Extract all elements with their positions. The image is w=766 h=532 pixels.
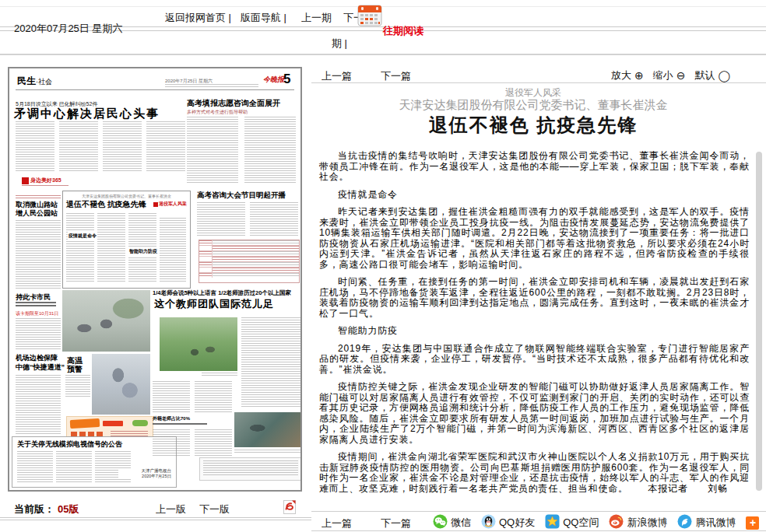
caption-pattern	[202, 373, 237, 376]
bottom-rule-2	[0, 520, 311, 520]
zoom-default-button[interactable]: 默认◯	[694, 68, 730, 82]
zoom-out-button[interactable]: 缩小⊖	[653, 68, 686, 82]
paragraph: 2019年，安达集团与中国联通合作成立了物联网智能终端联合实验室，专门进行智能居…	[319, 344, 750, 376]
text-block-pattern	[59, 121, 98, 173]
next-article-link[interactable]: 下一篇	[381, 69, 411, 83]
text-block-pattern	[195, 381, 232, 412]
prev-page-link[interactable]: 上一版	[156, 502, 186, 516]
paragraph: 疫情防控关键之际，崔洪金发现企业研发的智能门磁可以协助做好返津人员居家隔离工作。…	[319, 382, 750, 445]
logo-subline-pattern	[22, 185, 69, 187]
teacher-stat-pattern	[153, 423, 207, 426]
gaokao2-headline[interactable]: 高考咨询大会节目明起开播	[197, 191, 286, 200]
next-page-link[interactable]: 下一版	[199, 502, 230, 516]
card-note: 该卡期限至10月31日	[16, 310, 58, 317]
more-share-button[interactable]: +	[746, 516, 759, 530]
calendar-icon[interactable]	[357, 4, 382, 30]
sina-weibo-icon	[609, 514, 624, 531]
page-thumbnail[interactable]: 民生·社会 2020年7月25日 星期六 今晚报 5 5月18日设立以来 已化解…	[8, 67, 302, 492]
ad-shape	[70, 418, 100, 429]
current-page-label: 当前版：	[14, 502, 54, 516]
newspaper-page: 民生·社会 2020年7月25日 星期六 今晚报 5 5月18日设立以来 已化解…	[9, 68, 300, 490]
heat-warning-label: 高温预警	[67, 356, 86, 373]
teacher-headline[interactable]: 这个教师团队国际范儿足	[154, 299, 274, 310]
grass-photo	[160, 317, 237, 371]
text-block-pattern	[16, 375, 61, 434]
zoom-in-icon: ⊕	[634, 69, 644, 82]
share-wechat-button[interactable]: 微信	[433, 514, 471, 531]
text-block-pattern	[197, 202, 245, 236]
share-bar: 微信 QQ好友 QQ空间 新浪微博 腾讯微博 + 0	[433, 514, 766, 531]
tencent-weibo-icon	[677, 514, 692, 531]
text-block-pattern	[16, 318, 61, 351]
text-block-pattern	[160, 218, 186, 283]
gaokao1-subtitle: 多种方式对考生进行指导帮助	[187, 109, 248, 116]
anda-kicker: 天津安达集团股份有限公司党委书记、董事长崔洪金	[63, 194, 190, 198]
anda-subhead-2: 智能助力防疫	[128, 247, 158, 256]
text-block-pattern	[103, 121, 142, 173]
daily-good-logo: 身边美好365	[22, 177, 61, 184]
zoom-default-icon: ◯	[718, 69, 730, 82]
text-block-pattern	[195, 429, 232, 456]
text-block-pattern	[146, 121, 185, 173]
teacher-stat: 外籍老师占比70%	[153, 416, 190, 422]
toolbar-rule	[311, 82, 766, 83]
schedule-table	[199, 240, 300, 283]
zoom-controls: 放大⊕ 缩小⊖ 默认◯	[611, 68, 730, 82]
past-issues-link[interactable]: 往期阅读	[383, 24, 423, 38]
caption-pattern	[65, 375, 90, 398]
ad-shape	[103, 421, 123, 426]
article-body: 当抗击疫情的集结号吹响时，天津安达集团股份有限公司党委书记、董事长崔洪金闻令而动…	[319, 151, 750, 501]
masthead-credits-pattern	[165, 84, 258, 87]
share-qq-button[interactable]: QQ好友	[481, 514, 535, 531]
gaokao1-headline[interactable]: 高考填报志愿咨询全面展开	[187, 99, 280, 108]
article2-headline[interactable]: 取消微山路站	[16, 201, 58, 208]
text-block-pattern	[16, 121, 54, 173]
prev-article-link[interactable]: 上一篇	[322, 69, 352, 83]
anda-headline[interactable]: 退伍不褪色 抗疫急先锋	[66, 200, 146, 209]
airport-headline-line2[interactable]: 中德“快捷通道”	[16, 363, 65, 371]
scrollbar-thumb[interactable]	[756, 152, 762, 491]
wechat-icon	[433, 514, 448, 531]
prev-article-link-bottom[interactable]: 上一篇	[322, 516, 352, 530]
zoom-in-button[interactable]: 放大⊕	[611, 68, 644, 82]
red-square-icon	[22, 177, 29, 184]
next-article-link-bottom[interactable]: 下一篇	[381, 516, 411, 530]
anda-article-box[interactable]: 天津安达集团股份有限公司党委书记、董事长崔洪金 退伍不褪色 抗疫急先锋 退役军人…	[62, 191, 191, 289]
paragraph: 时间紧、任务重，在接到任务的第一时间，崔洪金立即安排司机和车辆，凌晨就出发赶到石…	[319, 277, 750, 319]
ad-shape	[132, 420, 148, 426]
share-tencent-weibo-button[interactable]: 腾讯微博	[677, 514, 736, 531]
notice-headline[interactable]: 关于关停无线模拟电视信号的公告	[17, 440, 122, 448]
bottom-rule-1	[0, 517, 311, 518]
top-divider	[0, 6, 766, 7]
nav-layout-link[interactable]: 版面导航 |	[241, 11, 286, 25]
text-block-pattern	[97, 213, 125, 283]
anda-subhead-1: 疫情就是命令	[68, 232, 97, 240]
share-sina-weibo-button[interactable]: 新浪微博	[609, 514, 667, 531]
article2-kicker-pattern	[16, 195, 61, 198]
bookshelf-photo	[234, 412, 300, 447]
pdf-icon[interactable]	[283, 500, 296, 517]
current-page-value: 05版	[58, 502, 79, 516]
nav-prev-issue-link[interactable]: 上一期	[301, 11, 332, 25]
text-block-pattern	[17, 451, 53, 482]
text-block-pattern	[153, 429, 190, 456]
paper-logo: 今晚报	[263, 75, 284, 85]
card-headline-pattern	[16, 302, 56, 308]
nav-home-link[interactable]: 返回报网首页 |	[165, 11, 231, 25]
article1-headline[interactable]: 矛调中心解决居民心头事	[14, 107, 160, 120]
airport-headline[interactable]: 机场边检保障	[16, 354, 58, 362]
article-subtitle: 天津安达集团股份有限公司党委书记、董事长崔洪金	[311, 98, 755, 113]
card-headline[interactable]: 持此卡市民	[16, 293, 51, 301]
article2-headline-line2[interactable]: 增人民公园站	[16, 209, 58, 217]
share-qzone-button[interactable]: QQ空间	[545, 514, 599, 531]
nav-next-issue-link-wrap[interactable]: 期 |	[332, 37, 347, 51]
article-title: 退伍不褪色 抗疫急先锋	[311, 113, 755, 138]
share-bar-bottom-rule	[311, 530, 766, 531]
text-block-pattern	[241, 317, 300, 408]
text-block-pattern	[244, 117, 296, 184]
paragraph: 昨天记者来到安达集团，握住崔洪金粗糙而强有力的双手就能感受到，这是军人的双手。疫…	[319, 207, 750, 270]
masthead-rule	[16, 89, 294, 90]
text-block-pattern	[250, 202, 298, 236]
qq-icon	[481, 514, 496, 531]
red-square-icon	[153, 202, 158, 207]
